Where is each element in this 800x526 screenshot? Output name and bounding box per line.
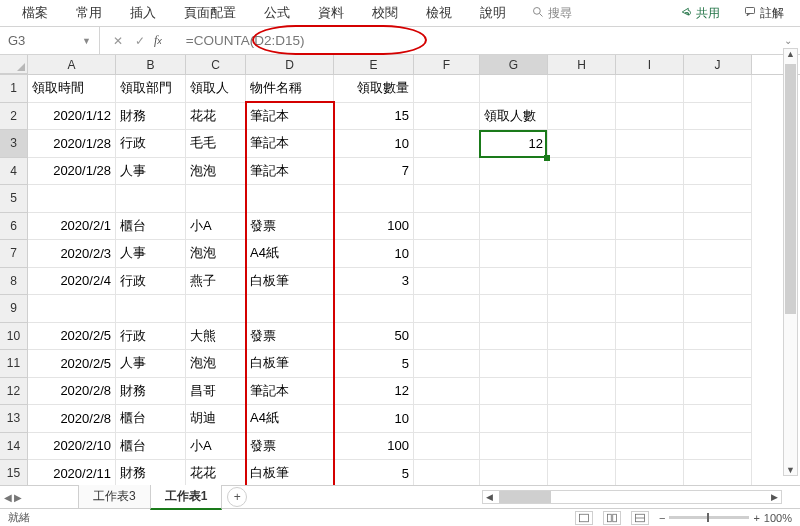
cell-F7[interactable] <box>414 240 480 268</box>
cell-G1[interactable] <box>480 75 548 103</box>
cell-A6[interactable]: 2020/2/1 <box>28 213 116 241</box>
scroll-down-icon[interactable]: ▼ <box>784 465 797 475</box>
cell-D8[interactable]: 白板筆 <box>246 268 334 296</box>
cell-E8[interactable]: 3 <box>334 268 414 296</box>
sheet-tab-0[interactable]: 工作表3 <box>78 485 151 509</box>
ribbon-tab-home[interactable]: 常用 <box>62 0 116 27</box>
row-header[interactable]: 15 <box>0 460 28 488</box>
row-header[interactable]: 13 <box>0 405 28 433</box>
cell-H15[interactable] <box>548 460 616 488</box>
vertical-scroll-thumb[interactable] <box>785 64 796 314</box>
cell-B11[interactable]: 人事 <box>116 350 186 378</box>
cell-G4[interactable] <box>480 158 548 186</box>
cell-I7[interactable] <box>616 240 684 268</box>
row-header[interactable]: 9 <box>0 295 28 323</box>
cell-F2[interactable] <box>414 103 480 131</box>
cell-F15[interactable] <box>414 460 480 488</box>
cell-E15[interactable]: 5 <box>334 460 414 488</box>
cell-E12[interactable]: 12 <box>334 378 414 406</box>
cell-A15[interactable]: 2020/2/11 <box>28 460 116 488</box>
cell-I3[interactable] <box>616 130 684 158</box>
cell-G5[interactable] <box>480 185 548 213</box>
cell-A7[interactable]: 2020/2/3 <box>28 240 116 268</box>
col-header-C[interactable]: C <box>186 55 246 74</box>
col-header-D[interactable]: D <box>246 55 334 74</box>
cell-B14[interactable]: 櫃台 <box>116 433 186 461</box>
cell-C7[interactable]: 泡泡 <box>186 240 246 268</box>
cell-B1[interactable]: 領取部門 <box>116 75 186 103</box>
cell-F4[interactable] <box>414 158 480 186</box>
cell-C3[interactable]: 毛毛 <box>186 130 246 158</box>
formula-input[interactable]: =COUNTA(D2:D15) <box>178 27 776 54</box>
cell-B8[interactable]: 行政 <box>116 268 186 296</box>
ribbon-tab-pagelayout[interactable]: 頁面配置 <box>170 0 250 27</box>
cell-C9[interactable] <box>186 295 246 323</box>
cell-D9[interactable] <box>246 295 334 323</box>
cell-I11[interactable] <box>616 350 684 378</box>
cell-B7[interactable]: 人事 <box>116 240 186 268</box>
cell-H4[interactable] <box>548 158 616 186</box>
cell-J13[interactable] <box>684 405 752 433</box>
cell-A14[interactable]: 2020/2/10 <box>28 433 116 461</box>
cell-J10[interactable] <box>684 323 752 351</box>
cell-J6[interactable] <box>684 213 752 241</box>
zoom-out-icon[interactable]: − <box>659 512 665 524</box>
cell-A1[interactable]: 領取時間 <box>28 75 116 103</box>
cell-G10[interactable] <box>480 323 548 351</box>
fx-icon[interactable]: fx <box>154 33 168 48</box>
enter-icon[interactable]: ✓ <box>132 34 148 48</box>
cell-I5[interactable] <box>616 185 684 213</box>
cell-C12[interactable]: 昌哥 <box>186 378 246 406</box>
cell-C8[interactable]: 燕子 <box>186 268 246 296</box>
cell-I12[interactable] <box>616 378 684 406</box>
cell-A3[interactable]: 2020/1/28 <box>28 130 116 158</box>
view-pagebreak-button[interactable] <box>631 511 649 525</box>
cell-E7[interactable]: 10 <box>334 240 414 268</box>
horizontal-scroll-thumb[interactable] <box>499 491 551 503</box>
view-normal-button[interactable] <box>575 511 593 525</box>
cell-G8[interactable] <box>480 268 548 296</box>
cell-E4[interactable]: 7 <box>334 158 414 186</box>
row-header[interactable]: 12 <box>0 378 28 406</box>
col-header-B[interactable]: B <box>116 55 186 74</box>
cell-J5[interactable] <box>684 185 752 213</box>
cell-C15[interactable]: 花花 <box>186 460 246 488</box>
cell-A13[interactable]: 2020/2/8 <box>28 405 116 433</box>
cell-I10[interactable] <box>616 323 684 351</box>
row-header[interactable]: 11 <box>0 350 28 378</box>
cell-G6[interactable] <box>480 213 548 241</box>
cell-B10[interactable]: 行政 <box>116 323 186 351</box>
cell-C11[interactable]: 泡泡 <box>186 350 246 378</box>
cell-B12[interactable]: 財務 <box>116 378 186 406</box>
cell-A9[interactable] <box>28 295 116 323</box>
cell-A12[interactable]: 2020/2/8 <box>28 378 116 406</box>
zoom-level[interactable]: 100% <box>764 512 792 524</box>
cell-D13[interactable]: A4紙 <box>246 405 334 433</box>
cell-C2[interactable]: 花花 <box>186 103 246 131</box>
cell-G7[interactable] <box>480 240 548 268</box>
cell-G12[interactable] <box>480 378 548 406</box>
cell-C14[interactable]: 小A <box>186 433 246 461</box>
cell-I9[interactable] <box>616 295 684 323</box>
cell-C6[interactable]: 小A <box>186 213 246 241</box>
cell-H7[interactable] <box>548 240 616 268</box>
cell-E2[interactable]: 15 <box>334 103 414 131</box>
cell-I1[interactable] <box>616 75 684 103</box>
ribbon-tab-view[interactable]: 檢視 <box>412 0 466 27</box>
comment-button[interactable]: 註解 <box>734 1 794 26</box>
cell-H12[interactable] <box>548 378 616 406</box>
cell-I14[interactable] <box>616 433 684 461</box>
cell-H3[interactable] <box>548 130 616 158</box>
col-header-G[interactable]: G <box>480 55 548 74</box>
ribbon-tab-help[interactable]: 說明 <box>466 0 520 27</box>
cell-I15[interactable] <box>616 460 684 488</box>
cell-D6[interactable]: 發票 <box>246 213 334 241</box>
name-box-dropdown-icon[interactable]: ▼ <box>82 36 91 46</box>
cell-H2[interactable] <box>548 103 616 131</box>
cell-J15[interactable] <box>684 460 752 488</box>
row-header[interactable]: 10 <box>0 323 28 351</box>
name-box[interactable]: G3 ▼ <box>0 27 100 54</box>
cell-I2[interactable] <box>616 103 684 131</box>
cell-A8[interactable]: 2020/2/4 <box>28 268 116 296</box>
sheet-nav-prev-icon[interactable]: ◀ <box>4 492 12 503</box>
